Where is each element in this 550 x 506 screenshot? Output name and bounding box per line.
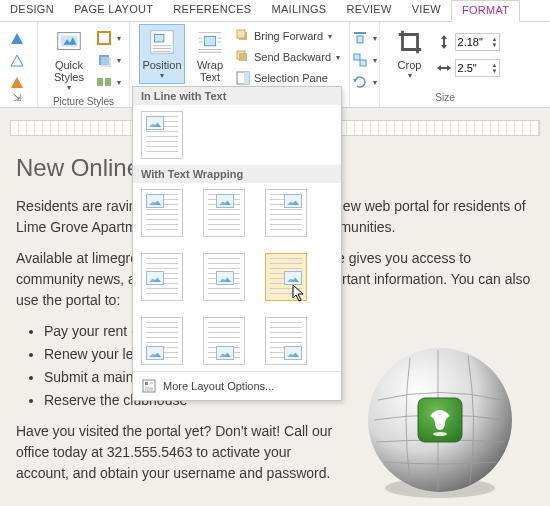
position-label: Position <box>142 59 181 71</box>
position-inline-option[interactable] <box>141 111 183 159</box>
group-triangle: ⇲ <box>0 22 38 107</box>
tab-review[interactable]: REVIEW <box>336 0 401 21</box>
tab-format[interactable]: FORMAT <box>451 0 520 22</box>
crop-button[interactable]: Crop ▾ <box>390 24 430 84</box>
height-input[interactable]: ▲▼ <box>455 33 501 51</box>
svg-point-44 <box>433 432 447 436</box>
svg-rect-27 <box>239 53 247 61</box>
position-top-right[interactable] <box>265 189 307 237</box>
dropdown-header-wrap: With Text Wrapping <box>133 165 341 183</box>
position-bottom-center[interactable] <box>203 317 245 365</box>
position-bottom-right[interactable] <box>265 317 307 365</box>
bring-forward-button[interactable]: Bring Forward▾ <box>235 26 340 46</box>
picture-effects-button[interactable]: ▾ <box>96 50 121 70</box>
tab-mailings[interactable]: MAILINGS <box>261 0 336 21</box>
bring-forward-label: Bring Forward <box>254 30 323 42</box>
svg-rect-9 <box>97 78 103 86</box>
svg-rect-32 <box>354 54 360 60</box>
send-backward-label: Send Backward <box>254 51 331 63</box>
tab-view[interactable]: VIEW <box>402 0 451 21</box>
svg-marker-45 <box>293 285 303 301</box>
position-top-left[interactable] <box>141 189 183 237</box>
svg-rect-6 <box>98 32 110 44</box>
tab-references[interactable]: REFERENCES <box>163 0 261 21</box>
more-layout-options-label: More Layout Options... <box>163 380 274 392</box>
svg-rect-4 <box>61 35 78 46</box>
wrap-text-label: Wrap Text <box>190 59 230 83</box>
rotate-button[interactable]: ▾ <box>352 72 377 92</box>
svg-marker-34 <box>353 79 357 82</box>
svg-rect-47 <box>145 382 148 385</box>
svg-rect-10 <box>105 78 111 86</box>
align-button[interactable]: ▾ <box>352 28 377 48</box>
svg-rect-8 <box>101 57 111 67</box>
svg-marker-36 <box>441 35 447 39</box>
tab-design[interactable]: DESIGN <box>0 0 64 21</box>
cursor-icon <box>292 284 306 302</box>
svg-marker-40 <box>447 65 451 71</box>
position-middle-center[interactable] <box>203 253 245 301</box>
inserted-image-keyboard-sphere[interactable] <box>360 340 520 500</box>
quick-styles-label: Quick Styles <box>49 59 89 83</box>
chevron-down-icon: ▾ <box>408 72 412 81</box>
svg-marker-0 <box>11 33 23 44</box>
group-objects-button[interactable]: ▾ <box>352 50 377 70</box>
picture-border-button[interactable]: ▾ <box>96 28 121 48</box>
selection-pane-button[interactable]: Selection Pane <box>235 68 340 88</box>
position-middle-right[interactable] <box>265 253 307 301</box>
group-label-size: Size <box>435 92 454 105</box>
svg-rect-16 <box>204 36 215 45</box>
position-button[interactable]: Position ▾ <box>139 24 185 84</box>
tab-page-layout[interactable]: PAGE LAYOUT <box>64 0 163 21</box>
color-button[interactable] <box>7 72 27 92</box>
group-align-rotate: ▾ ▾ ▾ <box>350 22 380 107</box>
layout-options-icon <box>141 378 157 394</box>
corrections-button[interactable] <box>7 50 27 70</box>
svg-rect-29 <box>244 72 249 84</box>
width-icon <box>436 60 452 76</box>
group-picture-styles: Quick Styles ▾ ▾ ▾ ▾ Picture Styles <box>38 22 130 107</box>
chevron-down-icon: ▾ <box>67 84 71 93</box>
position-dropdown: In Line with Text With Text Wrapping Mor… <box>132 86 342 401</box>
svg-rect-33 <box>360 60 366 66</box>
svg-rect-12 <box>154 35 163 43</box>
width-input[interactable]: ▲▼ <box>455 59 501 77</box>
quick-styles-button[interactable]: Quick Styles ▾ <box>46 24 92 96</box>
height-icon <box>436 34 452 50</box>
dropdown-header-inline: In Line with Text <box>133 87 341 105</box>
picture-layout-button[interactable]: ▾ <box>96 72 121 92</box>
group-size: Crop ▾ ▲▼ ▲▼ Size <box>380 22 510 107</box>
svg-rect-31 <box>357 36 363 43</box>
svg-marker-37 <box>441 45 447 49</box>
more-layout-options[interactable]: More Layout Options... <box>133 371 341 400</box>
svg-marker-2 <box>11 77 23 88</box>
chevron-down-icon: ▾ <box>160 72 164 81</box>
remove-bg-button[interactable] <box>7 28 27 48</box>
selection-pane-label: Selection Pane <box>254 72 328 84</box>
position-top-center[interactable] <box>203 189 245 237</box>
send-backward-button[interactable]: Send Backward▾ <box>235 47 340 67</box>
dialog-launcher-icon[interactable]: ⇲ <box>13 92 21 105</box>
svg-marker-1 <box>11 55 23 66</box>
svg-marker-39 <box>437 65 441 71</box>
position-bottom-left[interactable] <box>141 317 183 365</box>
paragraph-3: Have you visited the portal yet? Don't w… <box>16 421 346 484</box>
crop-label: Crop <box>398 59 422 71</box>
height-field-row: ▲▼ <box>436 32 501 52</box>
ribbon-tabs: DESIGN PAGE LAYOUT REFERENCES MAILINGS R… <box>0 0 550 22</box>
position-middle-left[interactable] <box>141 253 183 301</box>
svg-rect-25 <box>237 30 245 38</box>
width-field-row: ▲▼ <box>436 58 501 78</box>
